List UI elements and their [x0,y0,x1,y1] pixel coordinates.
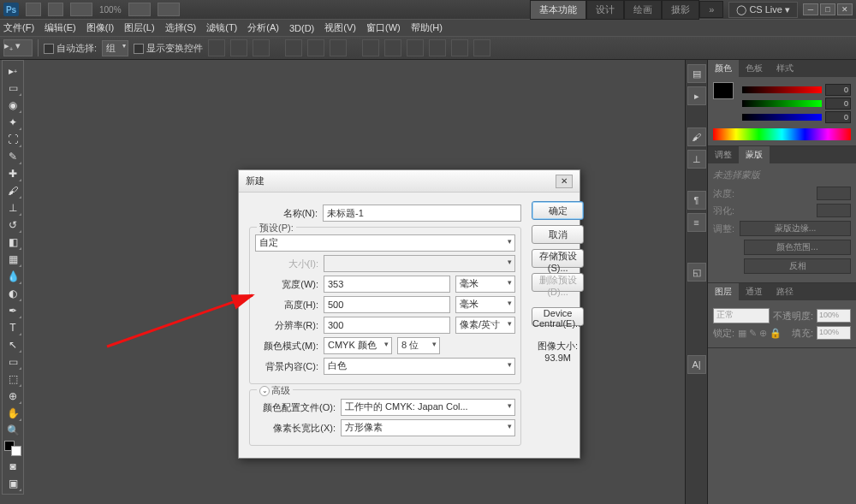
hand-tool[interactable]: ✋ [3,405,22,422]
aspect-select[interactable]: 方形像素 [341,419,515,436]
tab-paths[interactable]: 路径 [770,283,800,300]
workspace-tab-paint[interactable]: 绘画 [624,0,662,20]
tab-color[interactable]: 颜色 [708,60,739,77]
dock-para-icon[interactable]: ≡ [687,213,706,232]
dock-history-icon[interactable]: ▤ [687,64,706,83]
maximize-button[interactable]: □ [820,3,835,15]
advanced-toggle-icon[interactable]: ⌄ [259,386,270,396]
minibridge-icon[interactable] [48,3,63,16]
brush-tool[interactable]: 🖌 [3,182,22,199]
crop-tool[interactable]: ⛶ [3,131,22,148]
dialog-close-button[interactable]: ✕ [556,175,573,188]
savepreset-button[interactable]: 存储预设(S)... [532,249,584,268]
resolution-input[interactable] [324,317,450,334]
align-icon-3[interactable] [253,39,270,56]
align-icon-1[interactable] [208,39,225,56]
stamp-tool[interactable]: ⊥ [3,199,22,216]
b-value[interactable]: 0 [825,111,851,123]
minimize-button[interactable]: ─ [803,3,818,15]
opacity-value[interactable]: 100% [817,309,851,323]
devicecentral-button[interactable]: Device Central(E)... [532,307,584,326]
quickmask-tool[interactable]: ◙ [3,458,22,475]
workspace-tab-more[interactable]: » [699,1,723,18]
dodge-tool[interactable]: ◐ [3,285,22,302]
shape-tool[interactable]: ▭ [3,353,22,371]
bitdepth-select[interactable]: 8 位 [397,337,440,354]
maskedge-button[interactable]: 蒙版边缘... [740,221,851,236]
dock-clone-icon[interactable]: ⊥ [687,150,706,169]
color-swatches[interactable] [4,441,21,456]
tab-adjustments[interactable]: 调整 [708,146,739,163]
colorrange-button[interactable]: 颜色范围... [744,240,851,255]
distribute-icon-5[interactable] [451,39,468,56]
profile-select[interactable]: 工作中的 CMYK: Japan Col... [341,399,515,416]
foreground-chip[interactable] [713,82,734,99]
workspace-tab-photo[interactable]: 摄影 [662,0,699,20]
path-tool[interactable]: ↖ [3,336,22,353]
tab-mask[interactable]: 蒙版 [739,146,770,163]
cancel-button[interactable]: 取消 [532,225,584,244]
width-input[interactable] [324,276,450,293]
menu-file[interactable]: 文件(F) [3,21,34,34]
align-icon-2[interactable] [230,39,247,56]
distribute-icon-6[interactable] [473,39,490,56]
menu-edit[interactable]: 编辑(E) [45,21,76,34]
r-slider[interactable] [742,86,822,93]
height-input[interactable] [324,296,450,313]
r-value[interactable]: 0 [825,84,851,96]
gradient-tool[interactable]: ▦ [3,251,22,268]
align-icon-6[interactable] [330,39,347,56]
zoom-level[interactable]: 100% [99,5,122,15]
width-unit-select[interactable]: 毫米 [455,276,515,293]
menu-analysis[interactable]: 分析(A) [247,21,279,34]
menu-window[interactable]: 窗口(W) [366,21,401,34]
dock-actions-icon[interactable]: ▸ [687,86,706,105]
blend-mode-select[interactable]: 正常 [713,308,770,323]
colormode-select[interactable]: CMYK 颜色 [324,337,392,354]
screenmode-icon[interactable] [158,3,180,16]
align-icon-4[interactable] [285,39,302,56]
tab-channels[interactable]: 通道 [739,283,770,300]
autoselect-check[interactable]: 自动选择: [44,42,97,55]
fill-value[interactable]: 100% [817,326,851,340]
bgcontent-select[interactable]: 白色 [324,358,515,375]
menu-filter[interactable]: 滤镜(T) [206,21,237,34]
workspace-tab-design[interactable]: 设计 [586,0,624,20]
screenmode-tool[interactable]: ▣ [3,475,22,492]
cslive-button[interactable]: ◯ CS Live ▾ [728,2,798,18]
tool-preset-picker[interactable]: ▸+ ▾ [3,39,33,56]
showtransform-check[interactable]: 显示变换控件 [134,42,203,55]
dock-brush-icon[interactable]: 🖌 [687,127,706,146]
menu-3d[interactable]: 3D(D) [289,23,314,33]
invert-button[interactable]: 反相 [744,258,851,274]
menu-layer[interactable]: 图层(L) [124,21,154,34]
g-value[interactable]: 0 [825,98,851,110]
close-button[interactable]: ✕ [837,3,853,15]
workspace-tab-basic[interactable]: 基本功能 [530,0,586,20]
blur-tool[interactable]: 💧 [3,268,22,285]
wand-tool[interactable]: ✦ [3,114,22,131]
heal-tool[interactable]: ✚ [3,165,22,182]
arrange-icon[interactable] [128,3,151,16]
hue-ramp[interactable] [713,128,851,140]
align-icon-5[interactable] [307,39,324,56]
tab-layers[interactable]: 图层 [708,283,739,300]
distribute-icon-4[interactable] [429,39,446,56]
lasso-tool[interactable]: ◉ [3,97,22,114]
view-extras-icon[interactable] [70,3,92,16]
resolution-unit-select[interactable]: 像素/英寸 [455,317,515,334]
3d-tool[interactable]: ⬚ [3,371,22,388]
pen-tool[interactable]: ✒ [3,302,22,319]
dock-char-icon[interactable]: ¶ [687,191,706,210]
type-tool[interactable]: T [3,319,22,336]
bridge-icon[interactable] [26,3,41,16]
history-brush-tool[interactable]: ↺ [3,216,22,234]
menu-select[interactable]: 选择(S) [165,21,197,34]
eyedropper-tool[interactable]: ✎ [3,148,22,165]
g-slider[interactable] [742,100,822,107]
distribute-icon-1[interactable] [362,39,379,56]
menu-image[interactable]: 图像(I) [86,21,114,34]
zoom-tool[interactable]: 🔍 [3,422,22,439]
dock-nav-icon[interactable]: ◱ [687,263,706,282]
ok-button[interactable]: 确定 [532,201,584,220]
